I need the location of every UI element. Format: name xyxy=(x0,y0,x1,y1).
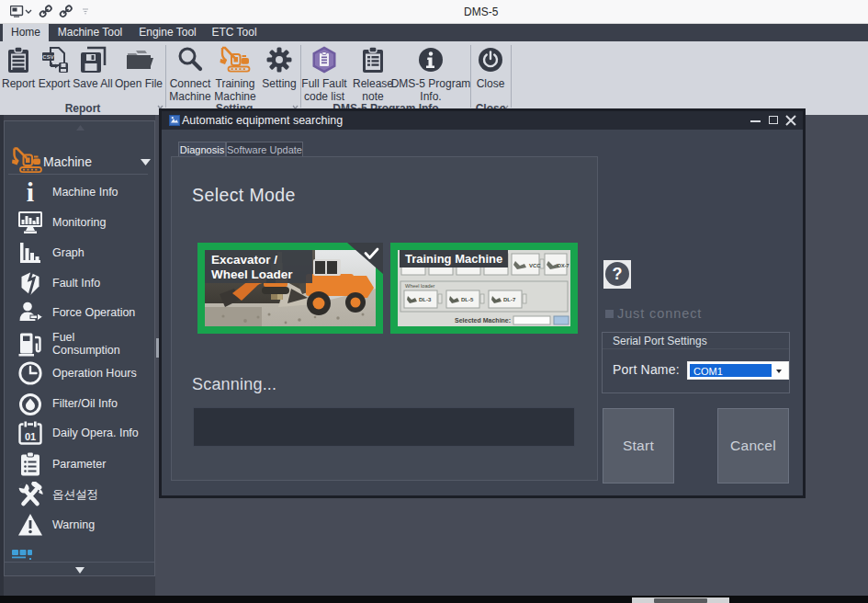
svg-text:DL-5: DL-5 xyxy=(461,297,474,302)
svg-text:DL-7: DL-7 xyxy=(503,297,516,302)
svg-text:VCC: VCC xyxy=(529,263,541,268)
svg-text:DX-7: DX-7 xyxy=(558,263,569,268)
svg-text:Wheel Loader: Wheel Loader xyxy=(211,267,293,281)
svg-text:CSV: CSV xyxy=(42,54,53,60)
svg-text:Training Machine: Training Machine xyxy=(405,252,502,266)
svg-text:i: i xyxy=(27,179,34,205)
svg-text:Wheel loader: Wheel loader xyxy=(405,283,435,289)
svg-text:01: 01 xyxy=(25,431,36,442)
svg-text:Selected Machine:: Selected Machine: xyxy=(455,317,511,324)
svg-text:DL-3: DL-3 xyxy=(419,297,432,302)
svg-text:Excavator /: Excavator / xyxy=(211,253,277,267)
